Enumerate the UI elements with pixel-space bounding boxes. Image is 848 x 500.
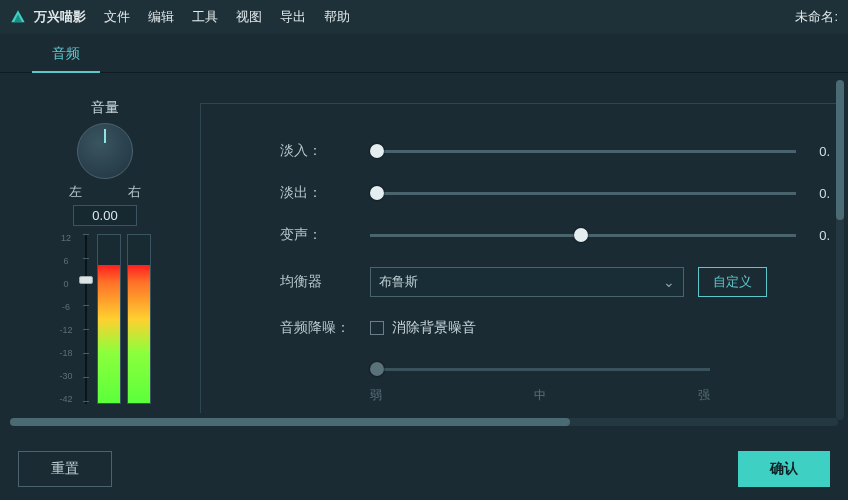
menu-edit[interactable]: 编辑 (148, 8, 174, 26)
volume-panel: 音量 左 右 0.00 12 6 0 -6 -12 -18 -30 -42 (10, 93, 200, 433)
knob-indicator (104, 129, 106, 143)
volume-value[interactable]: 0.00 (73, 205, 137, 226)
menu-export[interactable]: 导出 (280, 8, 306, 26)
menu-help[interactable]: 帮助 (324, 8, 350, 26)
menu-file[interactable]: 文件 (104, 8, 130, 26)
menubar: 万兴喵影 文件 编辑 工具 视图 导出 帮助 未命名: (0, 0, 848, 34)
volume-meters: 12 6 0 -6 -12 -18 -30 -42 (10, 234, 200, 404)
ok-button[interactable]: 确认 (738, 451, 830, 487)
menu-tools[interactable]: 工具 (192, 8, 218, 26)
fade-out-slider[interactable] (370, 183, 796, 203)
pan-left-label: 左 (69, 183, 82, 201)
horizontal-scrollbar[interactable] (10, 418, 838, 426)
content-area: 音量 左 右 0.00 12 6 0 -6 -12 -18 -30 -42 (0, 73, 848, 433)
app-logo-icon (10, 9, 26, 25)
vertical-scrollbar[interactable] (836, 80, 844, 420)
tab-row: 音频 (0, 34, 848, 73)
fade-in-slider[interactable] (370, 141, 796, 161)
pan-right-label: 右 (128, 183, 141, 201)
tab-audio[interactable]: 音频 (32, 35, 100, 73)
vertical-scrollbar-thumb[interactable] (836, 80, 844, 220)
reset-button[interactable]: 重置 (18, 451, 112, 487)
meter-right (127, 234, 151, 404)
menu-view[interactable]: 视图 (236, 8, 262, 26)
volume-slider[interactable] (81, 234, 91, 404)
horizontal-scrollbar-thumb[interactable] (10, 418, 570, 426)
meter-left (97, 234, 121, 404)
pan-knob[interactable] (77, 123, 133, 179)
denoise-slider[interactable] (370, 359, 710, 379)
volume-title: 音量 (10, 99, 200, 117)
volume-scale: 12 6 0 -6 -12 -18 -30 -42 (59, 234, 72, 404)
pitch-slider[interactable] (370, 225, 796, 245)
app-name: 万兴喵影 (34, 8, 86, 26)
volume-slider-thumb[interactable] (79, 276, 93, 284)
button-bar: 重置 确认 (0, 438, 848, 500)
document-title: 未命名: (795, 8, 838, 26)
